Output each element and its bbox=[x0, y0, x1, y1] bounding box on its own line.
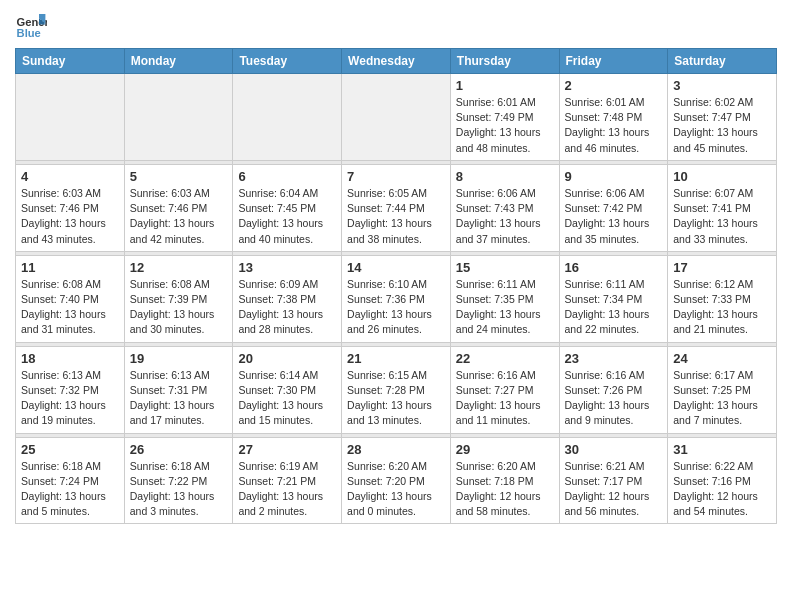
day-number: 3 bbox=[673, 78, 771, 93]
day-info: Sunrise: 6:11 AM Sunset: 7:34 PM Dayligh… bbox=[565, 277, 663, 338]
day-number: 6 bbox=[238, 169, 336, 184]
calendar-week-row: 1Sunrise: 6:01 AM Sunset: 7:49 PM Daylig… bbox=[16, 74, 777, 161]
day-info: Sunrise: 6:18 AM Sunset: 7:24 PM Dayligh… bbox=[21, 459, 119, 520]
calendar-cell: 19Sunrise: 6:13 AM Sunset: 7:31 PM Dayli… bbox=[124, 346, 233, 433]
calendar-cell: 14Sunrise: 6:10 AM Sunset: 7:36 PM Dayli… bbox=[342, 255, 451, 342]
day-info: Sunrise: 6:20 AM Sunset: 7:18 PM Dayligh… bbox=[456, 459, 554, 520]
day-number: 21 bbox=[347, 351, 445, 366]
day-number: 15 bbox=[456, 260, 554, 275]
day-info: Sunrise: 6:08 AM Sunset: 7:40 PM Dayligh… bbox=[21, 277, 119, 338]
day-number: 2 bbox=[565, 78, 663, 93]
day-info: Sunrise: 6:01 AM Sunset: 7:48 PM Dayligh… bbox=[565, 95, 663, 156]
calendar-cell: 12Sunrise: 6:08 AM Sunset: 7:39 PM Dayli… bbox=[124, 255, 233, 342]
day-info: Sunrise: 6:06 AM Sunset: 7:43 PM Dayligh… bbox=[456, 186, 554, 247]
calendar-cell: 3Sunrise: 6:02 AM Sunset: 7:47 PM Daylig… bbox=[668, 74, 777, 161]
day-number: 11 bbox=[21, 260, 119, 275]
calendar-cell: 20Sunrise: 6:14 AM Sunset: 7:30 PM Dayli… bbox=[233, 346, 342, 433]
day-number: 23 bbox=[565, 351, 663, 366]
calendar-cell: 27Sunrise: 6:19 AM Sunset: 7:21 PM Dayli… bbox=[233, 437, 342, 524]
svg-text:Blue: Blue bbox=[17, 27, 41, 39]
day-info: Sunrise: 6:12 AM Sunset: 7:33 PM Dayligh… bbox=[673, 277, 771, 338]
day-info: Sunrise: 6:13 AM Sunset: 7:31 PM Dayligh… bbox=[130, 368, 228, 429]
weekday-header: Sunday bbox=[16, 49, 125, 74]
day-info: Sunrise: 6:16 AM Sunset: 7:26 PM Dayligh… bbox=[565, 368, 663, 429]
calendar-week-row: 25Sunrise: 6:18 AM Sunset: 7:24 PM Dayli… bbox=[16, 437, 777, 524]
day-number: 9 bbox=[565, 169, 663, 184]
calendar-cell: 13Sunrise: 6:09 AM Sunset: 7:38 PM Dayli… bbox=[233, 255, 342, 342]
day-number: 20 bbox=[238, 351, 336, 366]
calendar-cell: 10Sunrise: 6:07 AM Sunset: 7:41 PM Dayli… bbox=[668, 164, 777, 251]
weekday-header: Thursday bbox=[450, 49, 559, 74]
day-info: Sunrise: 6:14 AM Sunset: 7:30 PM Dayligh… bbox=[238, 368, 336, 429]
calendar-cell: 30Sunrise: 6:21 AM Sunset: 7:17 PM Dayli… bbox=[559, 437, 668, 524]
day-number: 31 bbox=[673, 442, 771, 457]
calendar-cell: 2Sunrise: 6:01 AM Sunset: 7:48 PM Daylig… bbox=[559, 74, 668, 161]
calendar-cell: 21Sunrise: 6:15 AM Sunset: 7:28 PM Dayli… bbox=[342, 346, 451, 433]
day-number: 17 bbox=[673, 260, 771, 275]
day-info: Sunrise: 6:06 AM Sunset: 7:42 PM Dayligh… bbox=[565, 186, 663, 247]
calendar-week-row: 11Sunrise: 6:08 AM Sunset: 7:40 PM Dayli… bbox=[16, 255, 777, 342]
logo-icon: General Blue bbox=[15, 10, 47, 42]
calendar-cell: 25Sunrise: 6:18 AM Sunset: 7:24 PM Dayli… bbox=[16, 437, 125, 524]
day-info: Sunrise: 6:17 AM Sunset: 7:25 PM Dayligh… bbox=[673, 368, 771, 429]
day-info: Sunrise: 6:22 AM Sunset: 7:16 PM Dayligh… bbox=[673, 459, 771, 520]
calendar-cell: 16Sunrise: 6:11 AM Sunset: 7:34 PM Dayli… bbox=[559, 255, 668, 342]
day-info: Sunrise: 6:05 AM Sunset: 7:44 PM Dayligh… bbox=[347, 186, 445, 247]
day-number: 1 bbox=[456, 78, 554, 93]
page-header: General Blue bbox=[15, 10, 777, 42]
calendar-cell: 17Sunrise: 6:12 AM Sunset: 7:33 PM Dayli… bbox=[668, 255, 777, 342]
weekday-header: Friday bbox=[559, 49, 668, 74]
day-info: Sunrise: 6:03 AM Sunset: 7:46 PM Dayligh… bbox=[21, 186, 119, 247]
calendar-cell bbox=[342, 74, 451, 161]
calendar-cell: 6Sunrise: 6:04 AM Sunset: 7:45 PM Daylig… bbox=[233, 164, 342, 251]
calendar-cell: 23Sunrise: 6:16 AM Sunset: 7:26 PM Dayli… bbox=[559, 346, 668, 433]
calendar-cell bbox=[124, 74, 233, 161]
day-number: 16 bbox=[565, 260, 663, 275]
calendar-cell bbox=[16, 74, 125, 161]
calendar-cell bbox=[233, 74, 342, 161]
day-number: 8 bbox=[456, 169, 554, 184]
day-info: Sunrise: 6:08 AM Sunset: 7:39 PM Dayligh… bbox=[130, 277, 228, 338]
weekday-header: Wednesday bbox=[342, 49, 451, 74]
day-number: 30 bbox=[565, 442, 663, 457]
day-number: 22 bbox=[456, 351, 554, 366]
calendar-cell: 9Sunrise: 6:06 AM Sunset: 7:42 PM Daylig… bbox=[559, 164, 668, 251]
day-info: Sunrise: 6:09 AM Sunset: 7:38 PM Dayligh… bbox=[238, 277, 336, 338]
day-info: Sunrise: 6:20 AM Sunset: 7:20 PM Dayligh… bbox=[347, 459, 445, 520]
calendar-cell: 24Sunrise: 6:17 AM Sunset: 7:25 PM Dayli… bbox=[668, 346, 777, 433]
weekday-header: Monday bbox=[124, 49, 233, 74]
calendar-cell: 11Sunrise: 6:08 AM Sunset: 7:40 PM Dayli… bbox=[16, 255, 125, 342]
day-info: Sunrise: 6:01 AM Sunset: 7:49 PM Dayligh… bbox=[456, 95, 554, 156]
day-info: Sunrise: 6:07 AM Sunset: 7:41 PM Dayligh… bbox=[673, 186, 771, 247]
calendar-cell: 31Sunrise: 6:22 AM Sunset: 7:16 PM Dayli… bbox=[668, 437, 777, 524]
calendar-week-row: 4Sunrise: 6:03 AM Sunset: 7:46 PM Daylig… bbox=[16, 164, 777, 251]
calendar-cell: 1Sunrise: 6:01 AM Sunset: 7:49 PM Daylig… bbox=[450, 74, 559, 161]
day-info: Sunrise: 6:04 AM Sunset: 7:45 PM Dayligh… bbox=[238, 186, 336, 247]
day-number: 24 bbox=[673, 351, 771, 366]
day-info: Sunrise: 6:18 AM Sunset: 7:22 PM Dayligh… bbox=[130, 459, 228, 520]
weekday-header-row: SundayMondayTuesdayWednesdayThursdayFrid… bbox=[16, 49, 777, 74]
calendar-cell: 5Sunrise: 6:03 AM Sunset: 7:46 PM Daylig… bbox=[124, 164, 233, 251]
day-number: 18 bbox=[21, 351, 119, 366]
day-number: 12 bbox=[130, 260, 228, 275]
logo: General Blue bbox=[15, 10, 51, 42]
day-number: 26 bbox=[130, 442, 228, 457]
day-info: Sunrise: 6:16 AM Sunset: 7:27 PM Dayligh… bbox=[456, 368, 554, 429]
calendar-week-row: 18Sunrise: 6:13 AM Sunset: 7:32 PM Dayli… bbox=[16, 346, 777, 433]
day-number: 4 bbox=[21, 169, 119, 184]
day-number: 5 bbox=[130, 169, 228, 184]
calendar-table: SundayMondayTuesdayWednesdayThursdayFrid… bbox=[15, 48, 777, 524]
calendar-cell: 4Sunrise: 6:03 AM Sunset: 7:46 PM Daylig… bbox=[16, 164, 125, 251]
day-number: 29 bbox=[456, 442, 554, 457]
day-number: 25 bbox=[21, 442, 119, 457]
calendar-cell: 28Sunrise: 6:20 AM Sunset: 7:20 PM Dayli… bbox=[342, 437, 451, 524]
day-info: Sunrise: 6:10 AM Sunset: 7:36 PM Dayligh… bbox=[347, 277, 445, 338]
day-info: Sunrise: 6:21 AM Sunset: 7:17 PM Dayligh… bbox=[565, 459, 663, 520]
day-number: 7 bbox=[347, 169, 445, 184]
day-number: 27 bbox=[238, 442, 336, 457]
day-info: Sunrise: 6:13 AM Sunset: 7:32 PM Dayligh… bbox=[21, 368, 119, 429]
day-info: Sunrise: 6:11 AM Sunset: 7:35 PM Dayligh… bbox=[456, 277, 554, 338]
day-number: 19 bbox=[130, 351, 228, 366]
calendar-cell: 22Sunrise: 6:16 AM Sunset: 7:27 PM Dayli… bbox=[450, 346, 559, 433]
calendar-cell: 7Sunrise: 6:05 AM Sunset: 7:44 PM Daylig… bbox=[342, 164, 451, 251]
